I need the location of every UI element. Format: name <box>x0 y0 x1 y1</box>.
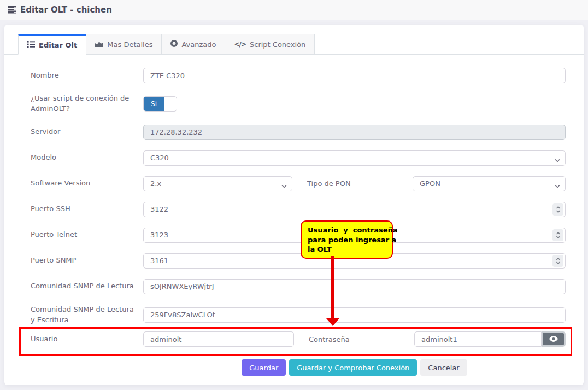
row-puerto-snmp: Puerto SNMP <box>31 253 566 269</box>
selected-value: 2.x <box>150 179 161 188</box>
selected-value: GPON <box>420 179 440 188</box>
area-chart-icon <box>95 40 103 49</box>
chevron-down-icon <box>555 156 560 164</box>
tab-avanzado[interactable]: Avanzado <box>162 34 225 55</box>
row-comunidad-lectura: Comunidad SNMP de Lectura <box>31 279 566 294</box>
modelo-select[interactable]: C320 <box>143 150 566 166</box>
software-version-label: Software Version <box>31 178 143 189</box>
row-nombre: Nombre <box>31 68 566 83</box>
tab-label: Mas Detalles <box>107 40 152 49</box>
row-usar-script: ¿Usar script de conexión de AdminOLT? Si <box>31 94 566 114</box>
cancelar-button[interactable]: Cancelar <box>420 359 467 376</box>
row-puerto-ssh: Puerto SSH <box>31 202 566 217</box>
eye-icon <box>549 335 558 344</box>
number-spinner-icon[interactable] <box>552 229 563 241</box>
tab-label: Avanzado <box>181 40 216 49</box>
tab-editar-olt[interactable]: Editar Olt <box>18 34 86 55</box>
form-footer: Guardar Guardar y Comprobar Conexión Can… <box>31 359 566 376</box>
row-modelo: Modelo C320 <box>31 150 566 166</box>
puerto-telnet-label: Puerto Telnet <box>31 230 143 240</box>
usar-script-label: ¿Usar script de conexión de AdminOLT? <box>31 94 143 114</box>
tab-label: Script Conexión <box>250 40 305 49</box>
usuario-input[interactable] <box>143 331 294 347</box>
puerto-snmp-label: Puerto SNMP <box>31 255 143 266</box>
selected-value: C320 <box>150 154 169 162</box>
puerto-telnet-input[interactable] <box>143 228 566 243</box>
page-title: Editar OLT - chichen <box>20 5 112 15</box>
comunidad-lectura-input[interactable] <box>143 279 566 294</box>
tabbar: Editar Olt Mas Detalles Avanzado </> Scr… <box>4 34 584 55</box>
tab-script-conexion[interactable]: </> Script Conexión <box>225 34 315 55</box>
tipo-pon-label: Tipo de PON <box>307 179 413 188</box>
nombre-input[interactable] <box>143 68 566 83</box>
puerto-ssh-input[interactable] <box>143 202 566 217</box>
row-comunidad-escritura: Comunidad SNMP de Lectura y Escritura <box>31 305 566 325</box>
number-spinner-icon[interactable] <box>552 203 563 216</box>
puerto-ssh-label: Puerto SSH <box>31 204 143 214</box>
server-icon <box>8 6 16 14</box>
nombre-label: Nombre <box>31 71 143 81</box>
guardar-button[interactable]: Guardar <box>242 359 286 376</box>
tab-label: Editar Olt <box>39 41 77 49</box>
number-spinner-icon[interactable] <box>552 255 563 267</box>
reveal-password-button[interactable] <box>542 331 566 347</box>
puerto-snmp-input[interactable] <box>143 253 566 269</box>
guardar-comprobar-button[interactable]: Guardar y Comprobar Conexión <box>289 359 417 376</box>
list-icon <box>27 41 35 49</box>
chevron-down-icon <box>555 182 560 190</box>
tipo-pon-select[interactable]: GPON <box>413 176 566 191</box>
usar-script-toggle[interactable]: Si <box>143 96 177 112</box>
tab-mas-detalles[interactable]: Mas Detalles <box>86 34 162 55</box>
row-servidor: Servidor <box>31 125 566 140</box>
comunidad-lectura-label: Comunidad SNMP de Lectura <box>31 281 143 292</box>
servidor-label: Servidor <box>31 127 143 137</box>
edit-olt-form: Nombre ¿Usar script de conexión de Admin… <box>4 55 584 376</box>
edit-olt-card: Editar Olt Mas Detalles Avanzado </> Scr… <box>4 25 584 385</box>
contrasena-label: Contraseña <box>309 335 414 344</box>
modelo-label: Modelo <box>31 153 143 163</box>
row-software-pon: Software Version 2.x Tipo de PON GPON <box>31 176 566 191</box>
chevron-down-icon <box>281 182 287 190</box>
toggle-on-segment: Si <box>144 97 164 111</box>
row-puerto-telnet: Puerto Telnet <box>31 228 566 243</box>
comunidad-escritura-label: Comunidad SNMP de Lectura y Escritura <box>31 305 143 325</box>
servidor-input <box>143 125 566 140</box>
contrasena-input[interactable] <box>414 331 542 347</box>
usuario-label: Usuario <box>31 334 143 345</box>
software-version-select[interactable]: 2.x <box>143 176 292 191</box>
comunidad-escritura-input[interactable] <box>143 307 566 323</box>
arrow-up-circle-icon <box>170 40 178 49</box>
page-header: Editar OLT - chichen <box>0 0 588 20</box>
code-icon: </> <box>234 40 246 48</box>
row-credentials: Usuario Contraseña <box>31 331 566 347</box>
